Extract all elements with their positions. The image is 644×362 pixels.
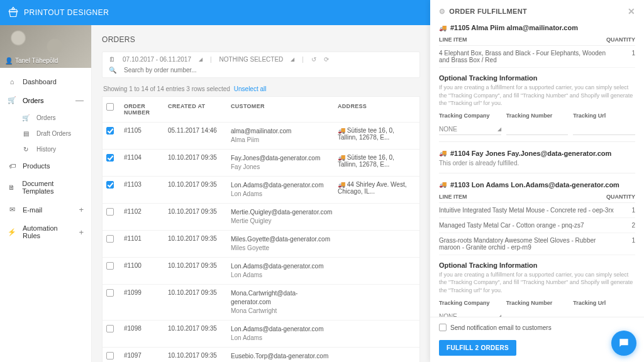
gear-icon: ⚙ bbox=[439, 8, 445, 16]
row-checkbox[interactable] bbox=[106, 289, 114, 297]
col-address[interactable]: ADDRESS bbox=[338, 103, 413, 109]
created-at: 10.10.2017 09:35 bbox=[168, 325, 231, 332]
truck-icon: 🚚 bbox=[439, 25, 447, 31]
bolt-icon: ⚡ bbox=[8, 228, 16, 236]
nav-sub-draft[interactable]: ▤Draft Orders bbox=[14, 126, 91, 141]
home-icon: ⌂ bbox=[8, 78, 16, 85]
customer-email: alma@mailinator.com bbox=[231, 127, 338, 136]
mail-icon: ✉ bbox=[8, 206, 16, 214]
truck-icon: 🚚 bbox=[338, 181, 345, 188]
col-order[interactable]: ORDER NUMBER bbox=[124, 103, 168, 116]
row-checkbox[interactable] bbox=[106, 352, 114, 359]
row-checkbox[interactable] bbox=[106, 127, 114, 134]
col-created[interactable]: CREATED AT bbox=[168, 103, 231, 109]
created-at: 05.11.2017 14:46 bbox=[168, 127, 231, 134]
customer-email: Lon.Adams@data-generator.com bbox=[231, 181, 338, 190]
nav-sub-orders[interactable]: 🛒Orders bbox=[14, 110, 91, 126]
chevron-down-icon[interactable]: ◢ bbox=[199, 57, 203, 62]
nav-sub-history[interactable]: ↻History bbox=[14, 141, 91, 157]
profile-banner[interactable]: 👤Tanel Tähepõld bbox=[0, 25, 91, 68]
created-at: 10.10.2017 09:35 bbox=[168, 154, 231, 161]
customer-email: Miles.Goyette@data-generator.com bbox=[231, 235, 338, 244]
table-row[interactable]: #1098 10.10.2017 09:35 Lon.Adams@data-ge… bbox=[103, 321, 419, 348]
truck-icon: 🚚 bbox=[338, 154, 345, 161]
customer-name: Alma Piim bbox=[231, 136, 338, 145]
notify-label: Send notification email to customers bbox=[450, 324, 552, 331]
row-checkbox[interactable] bbox=[106, 262, 114, 270]
table-row[interactable]: #1100 10.10.2017 09:35 Lon.Adams@data-ge… bbox=[103, 258, 419, 285]
unselect-all[interactable]: Unselect all bbox=[234, 85, 267, 92]
line-item: Intuitive Integrated Tasty Metal Mouse -… bbox=[439, 203, 635, 218]
order-number: #1100 bbox=[124, 262, 168, 269]
chevron-down-icon[interactable]: ◢ bbox=[291, 57, 294, 62]
tracking-company-select[interactable]: NONE◢ bbox=[439, 124, 501, 135]
refresh-icon[interactable]: ⟳ bbox=[324, 56, 329, 63]
ful-header-1: #1105 Alma Piim alma@mailinator.com bbox=[450, 24, 578, 31]
fulfill-button[interactable]: FULFILL 2 ORDERS bbox=[439, 340, 516, 356]
table-row[interactable]: #1102 10.10.2017 09:35 Mertie.Quigley@da… bbox=[103, 204, 419, 231]
row-checkbox[interactable] bbox=[106, 208, 114, 216]
row-checkbox[interactable] bbox=[106, 154, 114, 162]
optional-heading: Optional Tracking Information bbox=[439, 261, 635, 269]
row-checkbox[interactable] bbox=[106, 325, 114, 332]
customer-email: Mona.Cartwright@data-generator.com bbox=[231, 289, 338, 307]
fulfillment-panel: ⚙ ORDER FULFILLMENT ✕ 🚚#1105 Alma Piim a… bbox=[430, 0, 644, 362]
qty-input[interactable]: 1 bbox=[620, 207, 635, 214]
nav-dashboard[interactable]: ⌂Dashboard bbox=[0, 73, 91, 90]
notify-checkbox[interactable] bbox=[439, 324, 447, 331]
nav-products[interactable]: 🏷Products bbox=[0, 157, 91, 175]
collapse-icon[interactable]: — bbox=[75, 96, 84, 105]
order-number: #1102 bbox=[124, 208, 168, 215]
line-item: 4 Elephant Box, Brass and Black - Four E… bbox=[439, 46, 635, 68]
nav: ⌂Dashboard 🛒Orders— 🛒Orders ▤Draft Order… bbox=[0, 68, 91, 250]
expand-icon[interactable]: + bbox=[79, 228, 84, 237]
search-input[interactable] bbox=[124, 67, 413, 74]
table-row[interactable]: #1097 10.10.2017 09:35 Eusebio.Torp@data… bbox=[103, 348, 419, 362]
tag-icon: 🏷 bbox=[8, 162, 16, 170]
reset-icon[interactable]: ↺ bbox=[311, 56, 316, 63]
table-row[interactable]: #1105 05.11.2017 14:46 alma@mailinator.c… bbox=[103, 123, 419, 150]
app-logo[interactable]: PRINTOUT DESIGNER bbox=[8, 6, 109, 19]
truck-icon: 🚚 bbox=[338, 127, 345, 134]
created-at: 10.10.2017 09:35 bbox=[168, 289, 231, 296]
orders-table: ORDER NUMBER CREATED AT CUSTOMER ADDRESS… bbox=[102, 96, 420, 362]
calendar-icon[interactable]: 🗓 bbox=[109, 56, 115, 63]
select-all-checkbox[interactable] bbox=[106, 103, 114, 111]
panel-title: ORDER FULFILLMENT bbox=[449, 8, 527, 15]
logo-icon bbox=[8, 6, 19, 19]
tracking-number-input[interactable] bbox=[506, 124, 569, 135]
qty-input[interactable]: 1 bbox=[625, 237, 635, 251]
nav-email[interactable]: ✉E-mail+ bbox=[0, 200, 91, 219]
status-filter[interactable]: NOTHING SELECTED bbox=[219, 56, 284, 63]
table-row[interactable]: #1103 10.10.2017 09:35 Lon.Adams@data-ge… bbox=[103, 177, 419, 204]
created-at: 10.10.2017 09:35 bbox=[168, 181, 231, 188]
order-number: #1103 bbox=[124, 181, 168, 188]
table-row[interactable]: #1099 10.10.2017 09:35 Mona.Cartwright@d… bbox=[103, 285, 419, 321]
nav-doc-templates[interactable]: 🗎Document Templates bbox=[0, 175, 91, 200]
tracking-url-input[interactable] bbox=[573, 124, 635, 135]
chat-icon bbox=[618, 337, 630, 349]
fulfilled-msg: This order is already fulfilled. bbox=[439, 160, 635, 167]
order-number: #1104 bbox=[124, 154, 168, 161]
cart-icon: 🛒 bbox=[21, 114, 30, 121]
address: 🚚 Sütiste tee 16, 0, Tallinn, 12678, E..… bbox=[338, 154, 413, 168]
col-customer[interactable]: CUSTOMER bbox=[231, 103, 338, 109]
expand-icon[interactable]: + bbox=[79, 205, 84, 214]
line-item: Grass-roots Mandatory Awesome Steel Glov… bbox=[439, 233, 635, 255]
row-checkbox[interactable] bbox=[106, 181, 114, 189]
table-row[interactable]: #1101 10.10.2017 09:35 Miles.Goyette@dat… bbox=[103, 231, 419, 258]
row-checkbox[interactable] bbox=[106, 235, 114, 243]
nav-automation[interactable]: ⚡Automation Rules+ bbox=[0, 219, 91, 244]
date-range[interactable]: 07.10.2017 - 06.11.2017 bbox=[123, 56, 191, 63]
history-icon: ↻ bbox=[21, 146, 30, 153]
draft-icon: ▤ bbox=[21, 130, 30, 137]
table-row[interactable]: #1104 10.10.2017 09:35 Fay.Jones@data-ge… bbox=[103, 150, 419, 177]
qty-input[interactable]: 2 bbox=[620, 222, 635, 229]
chat-fab[interactable] bbox=[611, 331, 636, 356]
customer-name: Lon Adams bbox=[231, 334, 338, 343]
customer-email: Lon.Adams@data-generator.com bbox=[231, 325, 338, 334]
customer-name: Mertie Quigley bbox=[231, 217, 338, 226]
nav-orders[interactable]: 🛒Orders— bbox=[0, 90, 91, 110]
close-icon[interactable]: ✕ bbox=[628, 6, 635, 16]
qty-input[interactable]: 1 bbox=[623, 50, 635, 63]
